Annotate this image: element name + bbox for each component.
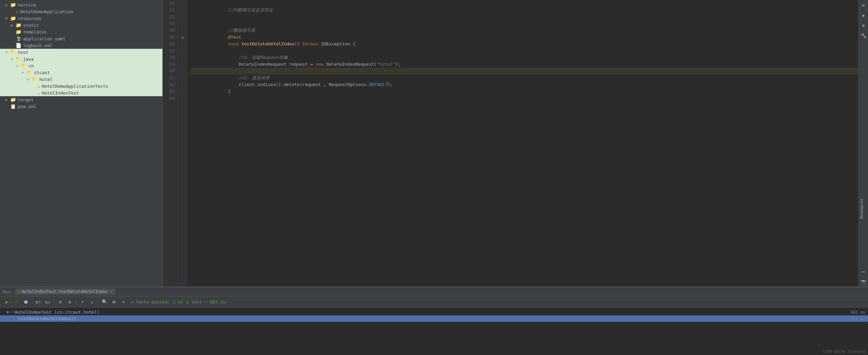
tree-arrow-hotel: ▼	[27, 78, 32, 81]
tree-item-static[interactable]: ▶ 📁 static	[0, 22, 162, 28]
check-icon: ✔	[132, 299, 134, 305]
tree-item-itcast[interactable]: ▼ 📁 itcast	[0, 69, 162, 76]
run-header: Run: ☕ HotelIndexTest.testDeleteHotelInd…	[0, 287, 868, 296]
sidebar-icon-5[interactable]: ▭	[860, 268, 867, 275]
tree-item-service[interactable]: ▶ 📁 service	[0, 1, 162, 8]
folder-icon-templates: 📁	[16, 29, 21, 35]
sidebar-icon-6[interactable]: 📷	[860, 278, 867, 285]
sidebar-icon-1[interactable]: ≡	[860, 1, 867, 9]
tree-item-hoteldemo[interactable]: ☕ HotelDemoApplication	[0, 8, 162, 15]
tree-label-test: test	[18, 50, 28, 55]
run-tab-close[interactable]: ✕	[110, 290, 113, 294]
code-line-51	[191, 7, 859, 14]
rerun-desc-button[interactable]: ⇅↑	[34, 298, 42, 306]
gutter-area: ↻	[178, 0, 188, 287]
tree-label-service: service	[18, 2, 36, 7]
left-sidebar: ≡ ◈ ⊕ 🔧 ▭ 📷 Bookmarks	[859, 0, 868, 287]
code-lines[interactable]: //判断索引库是否存在 //删除索引库 @Test void testDelet…	[188, 0, 859, 287]
sidebar-icon-2[interactable]: ◈	[860, 12, 867, 19]
divider-3	[76, 299, 76, 305]
expand-button[interactable]: ⇅	[66, 298, 74, 306]
tree-label-cn: cn	[28, 63, 34, 68]
code-line-54: @Test	[191, 27, 859, 34]
tree-label-pom: pom.xml	[18, 104, 36, 109]
watermark: CSDN @Ding Jiaxiong	[823, 349, 865, 354]
code-line-61: client.indices().delete(request , Reques…	[191, 75, 859, 81]
code-content[interactable]: 50 51 52 53 54 55 56 57 58 59 60 61 62 6…	[163, 0, 859, 287]
more-button[interactable]: »	[119, 298, 127, 306]
divider-1	[32, 299, 32, 305]
tree-label-yaml: application.yaml	[23, 36, 65, 41]
rerun-asc-button[interactable]: ⇅↓	[44, 298, 52, 306]
sidebar-icon-3[interactable]: ⊕	[860, 22, 867, 29]
run-tab-label: HotelIndexTest.testDeleteHotelIndex	[22, 289, 108, 294]
down-button[interactable]: ↓	[88, 298, 96, 306]
tree-label-itcast: itcast	[34, 70, 50, 75]
tree-label-static: static	[23, 23, 39, 28]
run-label: Run:	[3, 289, 13, 294]
divider-4	[98, 299, 98, 305]
tree-item-target[interactable]: ▶ 📁 target	[0, 96, 162, 103]
line-numbers: 50 51 52 53 54 55 56 57 58 59 60 61 62 6…	[163, 0, 178, 287]
tree-item-cn[interactable]: ▼ 📁 cn	[0, 62, 162, 69]
tree-item-hoteldemo-tests[interactable]: ☕ HotelDemoApplicationTests	[0, 83, 162, 89]
search-button[interactable]: 🔍	[100, 298, 108, 306]
tree-label-templates: templates	[23, 29, 47, 35]
tree-item-hotel[interactable]: ▼ 📁 hotel	[0, 76, 162, 83]
tree-item-templates[interactable]: 📁 templates	[0, 28, 162, 35]
tree-label-hotel: hotel	[39, 77, 53, 82]
code-line-52	[191, 14, 859, 20]
file-tree[interactable]: ▶ 📁 service ☕ HotelDemoApplication ▼ 📁 r…	[0, 0, 163, 287]
folder-icon-java-test: 📁	[16, 56, 21, 62]
xml-icon-pom: 📋	[10, 104, 16, 109]
code-line-60: //2. 发送请求	[191, 68, 859, 75]
sort-button[interactable]: ≡	[56, 298, 64, 306]
code-line-57: //1. 创建Request对象	[191, 47, 859, 54]
tree-item-java-test[interactable]: ▼ 📁 java	[0, 56, 162, 62]
test-label: testDeleteHotelIndex()	[18, 316, 76, 321]
code-line-50: //判断索引库是否存在	[191, 0, 859, 7]
tree-arrow-test: ▼	[5, 50, 10, 54]
tree-item-resources[interactable]: ▼ 📁 resources	[0, 15, 162, 22]
tree-arrow-static: ▶	[11, 23, 16, 27]
tree-item-yaml[interactable]: 🍃 application.yaml	[0, 35, 162, 42]
tree-label-hotel-index-test: HotelIndexTest	[42, 90, 79, 96]
stop-button[interactable]: ⏹	[22, 298, 30, 306]
result-test-row[interactable]: ✓ testDeleteHotelIndex() 603 ms	[0, 315, 868, 322]
result-suite-row[interactable]: ▼ ✓ HotelIndexTest (cn.itcast.hotel) 603…	[0, 309, 868, 315]
folder-icon-test: 📁	[10, 49, 16, 55]
java-test-icon-hotel-index-test: ☕	[37, 90, 40, 96]
tree-label-java-test: java	[23, 57, 34, 62]
check-button[interactable]: ✓	[12, 298, 20, 306]
tree-button[interactable]: ⊞	[110, 298, 118, 306]
divider-2	[54, 299, 54, 305]
code-line-63	[191, 88, 859, 95]
java-icon-hoteldemo: ☕	[16, 9, 18, 14]
suite-expand-arrow: ▼	[7, 310, 9, 314]
suite-label: HotelIndexTest (cn.itcast.hotel)	[15, 310, 99, 315]
sidebar-icon-4[interactable]: 🔧	[860, 32, 867, 39]
code-line-53: //删除索引库	[191, 20, 859, 27]
code-line-55: void testDeleteHotelIndex() throws IOExc…	[191, 34, 859, 41]
up-button[interactable]: ↑	[78, 298, 86, 306]
code-line-58: DeleteIndexRequest request = new DeleteI…	[191, 54, 859, 61]
tree-item-test[interactable]: ▼ 📁 test	[0, 49, 162, 56]
run-button[interactable]: ▶	[3, 298, 11, 306]
run-results[interactable]: ▼ ✓ HotelIndexTest (cn.itcast.hotel) 603…	[0, 308, 868, 355]
suite-check-icon: ✓	[10, 310, 13, 315]
test-check-icon: ✓	[14, 316, 16, 321]
yaml-icon: 🍃	[16, 36, 21, 41]
run-tab[interactable]: ☕ HotelIndexTest.testDeleteHotelIndex ✕	[15, 289, 115, 295]
folder-icon-static: 📁	[16, 22, 21, 28]
test-status: ✔ Tests passed: 1 of 1 test – 603 ms	[132, 299, 226, 305]
tree-arrow-service: ▶	[5, 3, 10, 7]
tree-label-logback: logback.xml	[23, 43, 52, 48]
tree-item-hotel-index-test[interactable]: ☕ HotelIndexTest	[0, 89, 162, 96]
suite-time: 603 ms	[851, 310, 865, 315]
tree-item-pom[interactable]: 📋 pom.xml	[0, 103, 162, 110]
tree-item-logback[interactable]: 📄 logback.xml	[0, 42, 162, 49]
tree-arrow-itcast: ▼	[22, 71, 26, 75]
tree-arrow-cn: ▼	[16, 64, 21, 68]
bookmarks-label: Bookmarks	[860, 199, 864, 219]
run-panel: Run: ☕ HotelIndexTest.testDeleteHotelInd…	[0, 287, 868, 355]
